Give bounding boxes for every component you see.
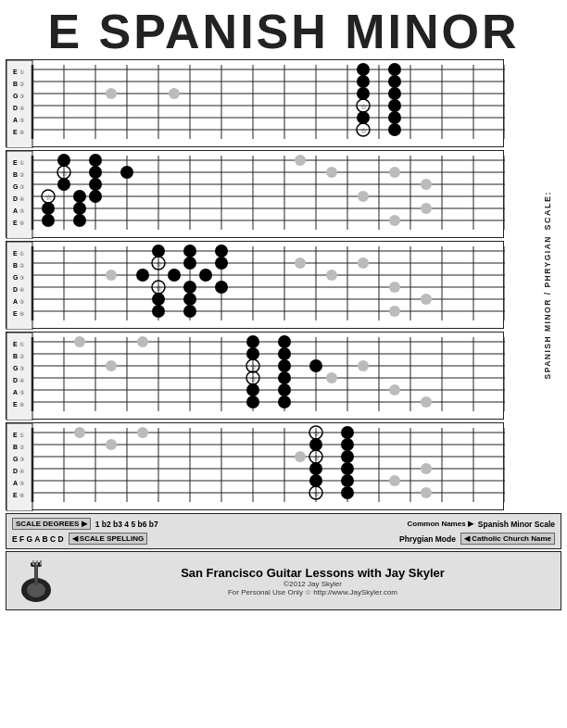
svg-point-91 — [421, 203, 432, 214]
svg-point-99 — [57, 178, 70, 191]
svg-point-276 — [309, 462, 322, 475]
svg-point-264 — [295, 451, 306, 462]
svg-point-218 — [309, 359, 322, 372]
svg-point-282 — [341, 486, 354, 499]
svg-point-222 — [246, 383, 259, 396]
svg-point-165 — [152, 293, 165, 306]
svg-text:⑥: ⑥ — [19, 493, 24, 498]
svg-point-105 — [42, 202, 55, 215]
svg-point-100 — [89, 178, 102, 191]
svg-point-167 — [152, 305, 165, 318]
svg-point-98 — [120, 166, 133, 179]
title-area: E SPANISH MINOR — [0, 0, 567, 59]
svg-text:④: ④ — [19, 469, 24, 474]
svg-point-144 — [106, 270, 117, 281]
svg-text:G: G — [13, 183, 19, 190]
svg-text:③: ③ — [19, 184, 24, 190]
svg-text:B: B — [13, 171, 18, 178]
svg-point-217 — [278, 359, 291, 372]
svg-text:④: ④ — [19, 287, 24, 293]
svg-point-103 — [73, 190, 86, 203]
svg-point-212 — [278, 335, 291, 348]
svg-point-206 — [106, 360, 117, 371]
svg-point-41 — [357, 87, 370, 100]
svg-point-87 — [326, 167, 337, 178]
guitar-icon — [16, 558, 67, 604]
svg-text:⑤: ⑤ — [19, 299, 24, 305]
scale-label: SCALE: — [543, 191, 552, 231]
svg-text:G: G — [13, 274, 19, 281]
svg-text:B: B — [13, 262, 18, 269]
svg-point-265 — [421, 463, 432, 474]
svg-text:D: D — [13, 105, 18, 111]
svg-text:E: E — [13, 492, 18, 498]
svg-point-263 — [106, 439, 117, 450]
svg-point-208 — [326, 372, 337, 383]
svg-text:B: B — [13, 353, 18, 359]
footer-personal: For Personal Use Only ☆ http://www.JaySk… — [74, 588, 551, 596]
svg-point-104 — [89, 190, 102, 203]
fretboard-1: E ① B ② G ③ D ④ A ⑤ E ⑥ — [6, 59, 504, 147]
svg-text:⑤: ⑤ — [19, 390, 24, 395]
svg-text:①: ① — [19, 160, 24, 166]
svg-text:①: ① — [19, 342, 24, 347]
svg-point-90 — [358, 191, 369, 202]
svg-point-262 — [137, 427, 148, 438]
svg-point-156 — [183, 257, 196, 270]
phrygian-label: SPANISH MINOR / PHRYGIAN — [543, 235, 552, 379]
fretboard-svg-2: E① B② G③ D④ A⑤ E⑥ — [6, 151, 505, 239]
svg-text:⑥: ⑥ — [19, 220, 24, 226]
svg-text:A: A — [13, 389, 18, 395]
svg-text:☆: ☆ — [313, 430, 320, 438]
svg-text:G: G — [13, 456, 19, 462]
svg-text:D: D — [13, 195, 18, 202]
svg-text:③: ③ — [19, 457, 24, 462]
spelling-notes: E F G A B C D — [12, 534, 64, 544]
svg-point-158 — [136, 269, 149, 282]
svg-text:E: E — [13, 250, 18, 257]
common-names-label: Common Names ▶ — [408, 520, 473, 528]
svg-text:⑥: ⑥ — [19, 402, 24, 408]
fretboard-svg-1: E ① B ② G ③ D ④ A ⑤ E ⑥ — [6, 60, 505, 148]
svg-text:A: A — [13, 207, 18, 214]
svg-point-152 — [183, 245, 196, 257]
svg-point-275 — [341, 450, 354, 463]
svg-text:②: ② — [19, 263, 24, 269]
svg-point-148 — [389, 282, 400, 293]
footer: San Francisco Guitar Lessons with Jay Sk… — [6, 551, 561, 610]
svg-point-164 — [215, 281, 228, 294]
svg-text:②: ② — [19, 172, 24, 178]
page-title: E SPANISH MINOR — [9, 7, 558, 56]
svg-point-261 — [74, 427, 85, 438]
common-names-value: Spanish Minor Scale — [478, 520, 555, 529]
svg-point-39 — [357, 75, 370, 88]
svg-rect-287 — [32, 560, 34, 565]
svg-text:☆: ☆ — [45, 194, 52, 202]
svg-text:☆: ☆ — [313, 490, 320, 498]
church-label: ◀ Catholic Church Name — [460, 533, 555, 545]
mode-value: Phrygian Mode — [399, 534, 456, 544]
svg-text:⑥: ⑥ — [19, 130, 24, 135]
svg-point-271 — [309, 438, 322, 451]
svg-text:G: G — [13, 93, 19, 99]
svg-point-266 — [389, 475, 400, 486]
svg-point-279 — [341, 474, 354, 487]
info-row-2: E F G A B C D ◀ SCALE SPELLING Phrygian … — [12, 533, 555, 545]
svg-point-225 — [278, 395, 291, 408]
svg-text:G: G — [13, 365, 19, 371]
svg-text:☆: ☆ — [250, 375, 257, 383]
svg-text:①: ① — [19, 433, 24, 438]
svg-point-267 — [421, 487, 432, 498]
svg-point-108 — [73, 214, 86, 227]
svg-point-38 — [388, 63, 401, 76]
svg-point-214 — [278, 347, 291, 360]
svg-text:☆: ☆ — [360, 103, 367, 111]
svg-point-168 — [183, 305, 196, 318]
svg-point-86 — [295, 155, 306, 166]
svg-text:B: B — [13, 81, 18, 87]
spelling-label: ◀ SCALE SPELLING — [69, 533, 148, 545]
svg-point-221 — [278, 371, 291, 384]
svg-text:B: B — [13, 444, 18, 450]
svg-point-272 — [341, 438, 354, 451]
svg-text:E: E — [13, 341, 18, 347]
